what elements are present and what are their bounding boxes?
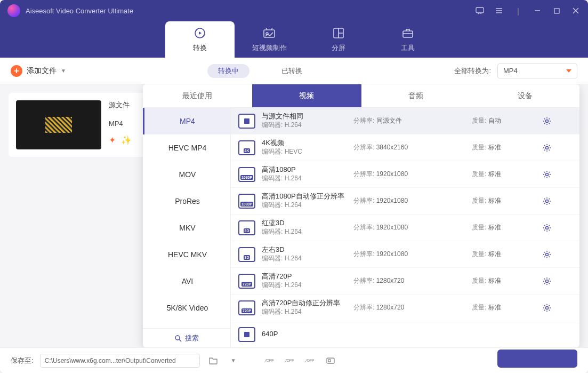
format-category[interactable]: HEVC MKV	[143, 241, 230, 268]
output-format-value: MP4	[503, 67, 518, 75]
preset-quality: 质量: 标准	[472, 303, 536, 312]
preset-row[interactable]: 1080P高清1080P编码器: H.264分辨率: 1920x1080质量: …	[231, 161, 579, 188]
search-icon	[174, 335, 182, 342]
preset-format-icon: 3D	[238, 220, 255, 235]
tab-converting[interactable]: 转换中	[207, 64, 249, 78]
tab-collage[interactable]: 分屏	[304, 21, 373, 58]
preset-settings-button[interactable]	[542, 116, 552, 126]
preset-quality: 质量: 标准	[472, 250, 536, 259]
tab-toolbox[interactable]: 工具	[373, 21, 442, 58]
format-tab-audio[interactable]: 音频	[361, 84, 471, 107]
svg-rect-30	[244, 332, 249, 337]
format-category[interactable]: ProRes	[143, 188, 230, 215]
svg-point-25	[546, 200, 549, 202]
maximize-button[interactable]	[552, 6, 561, 15]
preset-row[interactable]: 与源文件相同编码器: H.264分辨率: 同源文件质量: 自动	[231, 108, 579, 134]
preset-settings-button[interactable]	[542, 223, 552, 233]
video-format: MP4	[109, 120, 132, 128]
preset-format-icon: 1080P	[238, 167, 255, 182]
magic-icon[interactable]: ✨	[121, 135, 132, 145]
preset-quality: 质量: 标准	[472, 276, 536, 285]
close-button[interactable]	[571, 6, 581, 15]
preset-settings-button[interactable]	[542, 170, 552, 179]
add-files-label: 添加文件	[27, 66, 57, 76]
format-category[interactable]: AVI	[143, 268, 230, 295]
preset-format-icon: 3D	[238, 247, 255, 262]
feedback-icon[interactable]	[475, 6, 485, 15]
preset-title: 4K视频	[262, 139, 347, 148]
preset-quality: 质量: 自动	[472, 116, 536, 125]
preset-title: 高清1080P自动修正分辨率	[262, 192, 347, 201]
caret-button[interactable]: ▼	[227, 355, 240, 367]
caret-down-icon	[566, 69, 571, 73]
preset-row[interactable]: 3D红蓝3D编码器: H.264分辨率: 1920x1080质量: 标准	[231, 215, 579, 241]
format-category[interactable]: MOV	[143, 161, 230, 188]
format-category[interactable]: MKV	[143, 215, 230, 241]
preset-encoder: 编码器: H.264	[262, 201, 347, 210]
output-path-value: C:\Users\www.x6g.com...ter\Output\Conver…	[45, 357, 176, 364]
preset-title: 高清720P	[262, 272, 347, 281]
star-icon[interactable]: ✦	[109, 135, 116, 145]
preset-title: 左右3D	[262, 245, 347, 255]
mv-icon	[262, 26, 276, 40]
tab-converted[interactable]: 已转换	[271, 64, 313, 78]
video-thumbnail[interactable]	[16, 100, 101, 149]
preset-resolution: 分辨率: 1280x720	[353, 276, 465, 285]
tab-toolbox-label: 工具	[401, 43, 415, 53]
svg-rect-21	[244, 118, 249, 124]
svg-point-23	[546, 146, 549, 149]
preset-row[interactable]: 1080P高清1080P自动修正分辨率编码器: H.264分辨率: 1920x1…	[231, 188, 579, 215]
preset-quality: 质量: 标准	[472, 223, 536, 232]
preset-quality: 质量: 标准	[472, 143, 536, 152]
preset-settings-button[interactable]	[542, 250, 552, 259]
preset-row[interactable]: 720P高清720P编码器: H.264分辨率: 1280x720质量: 标准	[231, 268, 579, 295]
format-tab-device[interactable]: 设备	[470, 84, 579, 107]
format-category[interactable]: 5K/8K Video	[143, 295, 230, 321]
preset-encoder: 编码器: H.264	[262, 281, 347, 290]
format-tab-recent[interactable]: 最近使用	[143, 84, 252, 107]
preset-format-icon: 1080P	[238, 194, 255, 209]
gpu-icon[interactable]	[324, 355, 337, 367]
toggle-3[interactable]: ⁄OFF	[303, 355, 317, 367]
format-dropdown-panel: 最近使用 视频 音频 设备 MP4HEVC MP4MOVProResMKVHEV…	[143, 84, 579, 347]
preset-quality: 质量: 标准	[472, 196, 536, 205]
tab-convert[interactable]: 转换	[165, 21, 235, 58]
svg-rect-17	[403, 31, 413, 37]
preset-encoder: 编码器: H.264	[262, 228, 347, 236]
preset-format-icon: 720P	[238, 300, 255, 315]
format-search[interactable]: 搜索	[143, 328, 230, 347]
tab-mv[interactable]: 短视频制作	[235, 21, 304, 58]
preset-settings-button[interactable]	[542, 196, 552, 206]
preset-settings-button[interactable]	[542, 143, 552, 153]
format-category[interactable]: MP4	[143, 108, 230, 134]
preset-format-icon	[238, 114, 255, 129]
toggle-1[interactable]: ⁄OFF	[263, 355, 277, 367]
preset-row[interactable]: 640P	[231, 321, 579, 347]
convert-all-label: 全部转换为:	[454, 66, 491, 76]
collage-icon	[332, 26, 345, 40]
browse-folder-button[interactable]	[206, 355, 220, 367]
output-path-input[interactable]: C:\Users\www.x6g.com...ter\Output\Conver…	[40, 354, 200, 368]
format-tab-video[interactable]: 视频	[252, 84, 361, 107]
app-logo	[7, 4, 20, 17]
minimize-button[interactable]	[533, 6, 542, 15]
svg-rect-0	[476, 7, 484, 13]
convert-all-button[interactable]	[497, 350, 577, 368]
toggle-2[interactable]: ⁄OFF	[283, 355, 297, 367]
preset-format-icon: 4K	[238, 140, 255, 155]
tab-mv-label: 短视频制作	[252, 43, 287, 53]
menu-icon[interactable]	[494, 6, 504, 15]
preset-settings-button[interactable]	[542, 276, 552, 286]
add-files-button[interactable]: + 添加文件 ▼	[11, 65, 66, 77]
preset-title: 640P	[262, 330, 347, 339]
svg-point-22	[546, 120, 549, 122]
preset-row[interactable]: 720P高清720P自动修正分辨率编码器: H.264分辨率: 1280x720…	[231, 295, 579, 321]
save-to-label: 保存至:	[11, 356, 34, 366]
svg-point-27	[546, 253, 549, 256]
preset-resolution: 分辨率: 1920x1080	[353, 223, 465, 232]
format-category[interactable]: HEVC MP4	[143, 134, 230, 161]
preset-settings-button[interactable]	[542, 303, 552, 313]
preset-row[interactable]: 3D左右3D编码器: H.264分辨率: 1920x1080质量: 标准	[231, 241, 579, 268]
output-format-select[interactable]: MP4	[497, 64, 577, 78]
preset-row[interactable]: 4K4K视频编码器: HEVC分辨率: 3840x2160质量: 标准	[231, 134, 579, 161]
